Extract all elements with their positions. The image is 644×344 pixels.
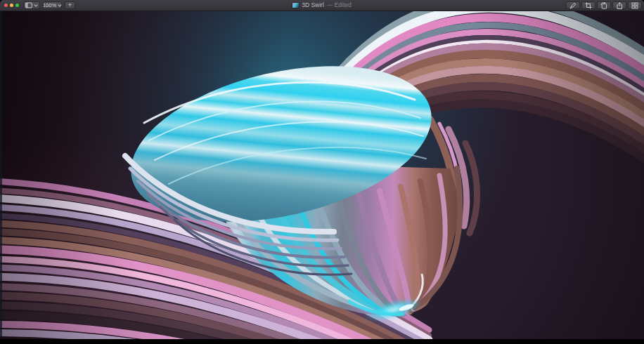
sidebar-thumbnails-icon [25, 2, 32, 8]
markup-pen-button[interactable] [566, 1, 580, 9]
plus-label: + [68, 2, 72, 8]
quicklook-window: 100% + 3D Swirl — Edited [0, 0, 644, 344]
grid-icon [631, 2, 638, 9]
rotate-button[interactable] [597, 1, 611, 9]
more-tools-button[interactable] [628, 1, 642, 9]
zoom-level-value: 100% [43, 3, 56, 8]
window-title: 3D Swirl [302, 2, 324, 8]
close-button[interactable] [4, 4, 8, 7]
traffic-lights [4, 4, 19, 7]
chevron-down-icon [34, 4, 38, 7]
minimize-button[interactable] [10, 4, 13, 7]
markup-pen-icon [569, 2, 577, 9]
document-thumbnail-icon [292, 3, 299, 8]
share-button[interactable] [612, 1, 626, 9]
toolbar-actions [566, 1, 642, 9]
artwork-vignette [0, 11, 644, 339]
artwork-image [0, 11, 644, 339]
titlebar: 3D Swirl — Edited [0, 0, 644, 11]
chevron-down-icon [58, 4, 62, 7]
share-icon [616, 2, 623, 9]
rotate-icon [600, 2, 607, 9]
window-toolbar: 100% + 3D Swirl — Edited [0, 0, 644, 11]
crop-button[interactable] [581, 1, 595, 9]
crop-icon [585, 2, 592, 9]
zoom-in-button[interactable]: + [65, 1, 75, 9]
left-edge-sliver [0, 11, 2, 339]
window-title-status: — Edited [327, 2, 352, 8]
bottom-black-strip [0, 339, 644, 344]
fullscreen-button[interactable] [15, 4, 19, 7]
view-options-button[interactable] [23, 1, 40, 9]
zoom-level-dropdown[interactable]: 100% [43, 1, 62, 9]
